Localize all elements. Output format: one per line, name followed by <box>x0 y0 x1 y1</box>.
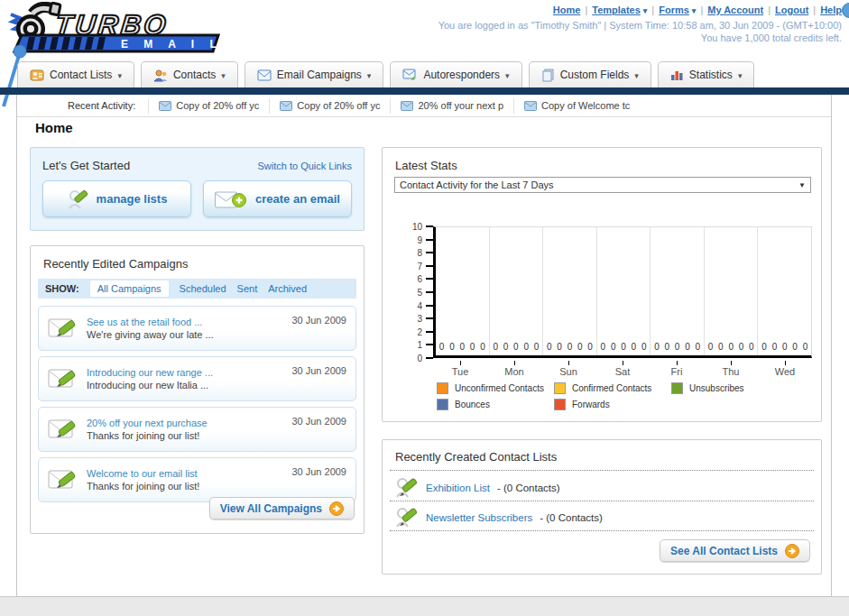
tab-contact-lists[interactable]: Contact Lists <box>17 61 134 87</box>
switch-to-quick-links[interactable]: Switch to Quick Links <box>257 161 352 171</box>
tab-statistics[interactable]: Statistics <box>658 61 755 87</box>
chart-day-column: 0 0 0 0 0 <box>543 227 597 355</box>
get-started-title: Let's Get Started <box>42 159 130 172</box>
contact-lists-title: Recently Created Contact Lists <box>395 450 557 464</box>
recent-activity-item[interactable]: 20% off your next p <box>390 98 513 114</box>
campaign-title-link[interactable]: 20% off your next purchase <box>87 418 208 428</box>
chart-y-labels: 109876543210 <box>406 226 424 358</box>
logo-graphic: E M A I L TURBO <box>7 2 224 54</box>
chevron-down-icon <box>505 69 510 81</box>
y-axis-label: 5 <box>417 288 422 298</box>
contact-lists-panel: Recently Created Contact Lists Exhibitio… <box>382 439 822 575</box>
chart-day-column: 0 0 0 0 0 <box>490 227 544 355</box>
show-label: SHOW: <box>45 283 79 294</box>
arrow-right-icon <box>329 501 344 516</box>
chart-legend: Unconfirmed ContactsConfirmed ContactsUn… <box>437 382 816 410</box>
recent-activity-item[interactable]: Copy of Welcome tc <box>513 98 640 114</box>
statistics-icon <box>670 69 684 81</box>
contact-list-link[interactable]: Exhibition List <box>426 483 490 493</box>
campaign-row: Introducing our new range ... Introducin… <box>38 356 356 401</box>
filter-sent[interactable]: Sent <box>237 283 258 294</box>
x-axis-cell: Thu <box>704 361 758 377</box>
x-axis-label: Fri <box>650 366 704 377</box>
autoresponders-icon <box>402 69 418 81</box>
see-all-contact-lists-button[interactable]: See All Contact Lists <box>660 539 810 562</box>
y-axis-tick <box>426 252 433 253</box>
campaign-date: 30 Jun 2009 <box>291 416 346 427</box>
campaign-title-link[interactable]: See us at the retail food ... <box>87 317 214 327</box>
tab-label: Statistics <box>689 69 733 81</box>
select-arrow-icon: ▼ <box>798 181 806 189</box>
campaigns-panel: Recently Edited Campaigns SHOW: All Camp… <box>30 245 365 534</box>
x-axis-cell: Sun <box>541 361 595 377</box>
campaign-subtitle: Thanks for joining our list! <box>87 430 208 441</box>
y-axis-tick <box>426 305 433 307</box>
chart-plot: 0 0 0 0 00 0 0 0 00 0 0 0 00 0 0 0 00 0 … <box>433 226 812 358</box>
tab-autoresponders[interactable]: Autoresponders <box>390 61 521 87</box>
contact-list-link[interactable]: Newsletter Subscribers <box>426 512 532 523</box>
chart-x-labels: TueMonSunSatFriThuWed <box>433 361 812 377</box>
view-all-campaigns-label: View All Campaigns <box>220 502 322 515</box>
top-nav-help[interactable]: Help <box>820 5 842 15</box>
campaign-row: Welcome to our email list Thanks for joi… <box>38 457 356 502</box>
envelope-edit-icon <box>48 317 78 340</box>
x-axis-label: Thu <box>704 366 758 377</box>
x-axis-cell: Fri <box>650 361 704 377</box>
contact-lists-icon <box>30 69 44 82</box>
chevron-down-icon <box>367 69 372 81</box>
create-email-button[interactable]: create an email <box>203 180 352 217</box>
top-nav-templates[interactable]: Templates <box>592 5 647 15</box>
chart-day-column: 0 0 0 0 0 <box>758 227 811 355</box>
legend-swatch <box>437 399 448 410</box>
help-bubble-icon[interactable] <box>842 3 849 18</box>
y-axis-label: 1 <box>417 340 422 350</box>
contacts-icon <box>153 69 168 82</box>
campaign-title-link[interactable]: Introducing our new range ... <box>87 367 213 378</box>
y-axis-label: 2 <box>417 326 422 336</box>
tab-contacts[interactable]: Contacts <box>141 61 238 87</box>
tab-email-campaigns[interactable]: Email Campaigns <box>245 61 384 87</box>
filter-scheduled[interactable]: Scheduled <box>180 283 226 294</box>
tab-custom-fields[interactable]: Custom Fields <box>529 61 651 87</box>
legend-swatch <box>437 382 448 394</box>
login-info: You are logged in as "Timothy Smith" | S… <box>438 20 842 31</box>
filter-archived[interactable]: Archived <box>268 283 307 294</box>
legend-label: Unconfirmed Contacts <box>455 383 544 393</box>
top-nav-my-account[interactable]: My Account <box>707 5 763 15</box>
y-axis-label: 0 <box>417 354 422 363</box>
recent-activity-item[interactable]: Copy of 20% off yc <box>148 98 269 114</box>
credits-info: You have 1,000 total credits left. <box>701 32 842 43</box>
x-axis-label: Wed <box>758 366 812 377</box>
top-nav-home[interactable]: Home <box>553 5 581 15</box>
top-nav-logout[interactable]: Logout <box>775 5 808 15</box>
y-axis-tick <box>426 265 433 267</box>
data-value-labels: 0 0 0 0 0 <box>436 342 489 352</box>
recent-activity-text: Copy of 20% off yc <box>176 100 259 111</box>
campaign-list: See us at the retail food ... We're givi… <box>38 306 356 502</box>
y-axis-label: 7 <box>417 261 422 271</box>
campaign-subtitle: Thanks for joining our list! <box>87 481 199 492</box>
campaign-subtitle: Introducing our new Italia ... <box>87 380 213 391</box>
manage-lists-button[interactable]: manage lists <box>42 180 191 217</box>
arrow-right-icon <box>785 544 799 558</box>
legend-item: Unconfirmed Contacts <box>437 382 554 394</box>
tab-label: Custom Fields <box>560 69 630 81</box>
top-nav-forms[interactable]: Forms <box>659 5 696 15</box>
chart-y-ticks <box>426 226 433 358</box>
filter-all-campaigns[interactable]: All Campaigns <box>90 280 169 297</box>
envelope-edit-icon <box>48 367 78 391</box>
y-axis-label: 10 <box>412 222 422 232</box>
top-nav: Home|Templates|Forms|My Account|Logout|H… <box>553 5 842 15</box>
legend-item: Forwards <box>554 399 671 410</box>
view-all-campaigns-button[interactable]: View All Campaigns <box>209 497 355 519</box>
x-axis-label: Sat <box>595 366 650 377</box>
chart-day-column: 0 0 0 0 0 <box>436 227 490 355</box>
stats-select[interactable]: Contact Activity for the Last 7 Days ▼ <box>394 177 811 193</box>
campaigns-title: Recently Edited Campaigns <box>43 257 188 271</box>
y-axis-tick <box>426 357 433 359</box>
campaign-title-link[interactable]: Welcome to our email list <box>87 468 199 479</box>
y-axis-label: 4 <box>417 300 422 310</box>
recent-activity-item[interactable]: Copy of 20% off yc <box>269 98 390 114</box>
chart-day-column: 0 0 0 0 0 <box>651 227 705 355</box>
legend-swatch <box>554 382 566 394</box>
